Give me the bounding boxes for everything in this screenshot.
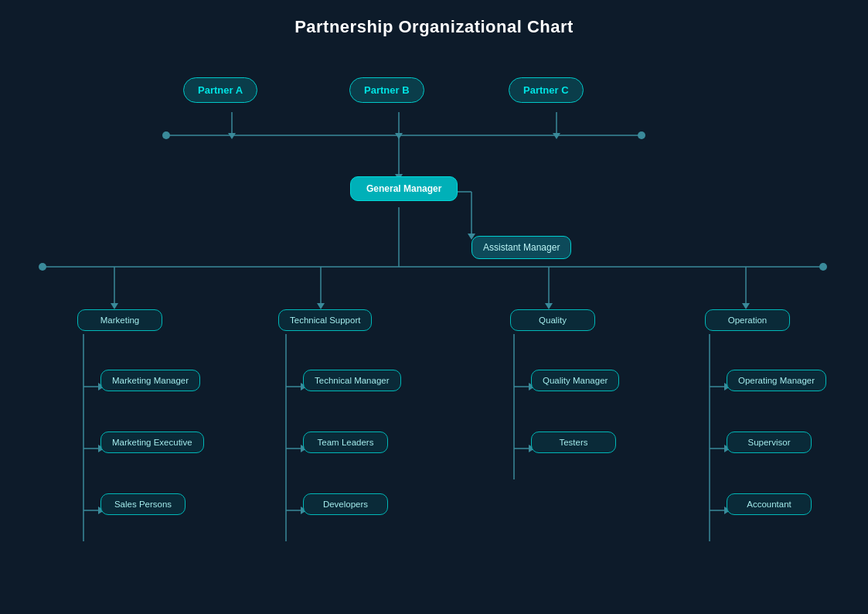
partner-c-label: Partner C	[509, 77, 584, 103]
operating-manager-label: Operating Manager	[727, 370, 826, 391]
svg-marker-25	[742, 303, 750, 309]
marketing-manager-node: Marketing Manager	[100, 370, 200, 391]
partner-a-label: Partner A	[183, 77, 257, 103]
svg-marker-21	[317, 303, 325, 309]
accountant-node: Accountant	[727, 493, 812, 515]
marketing-node: Marketing	[77, 309, 162, 331]
testers-label: Testers	[531, 432, 616, 453]
general-manager-node: General Manager	[350, 176, 458, 201]
technical-support-label: Technical Support	[278, 309, 372, 331]
team-leaders-node: Team Leaders	[303, 432, 388, 453]
svg-marker-6	[395, 133, 403, 139]
developers-node: Developers	[303, 493, 388, 515]
svg-point-17	[819, 263, 827, 271]
sales-persons-node: Sales Persons	[100, 493, 186, 515]
accountant-label: Accountant	[727, 493, 812, 515]
supervisor-label: Supervisor	[727, 432, 812, 453]
assistant-manager-label: Assistant Manager	[471, 236, 571, 259]
svg-point-16	[39, 263, 46, 271]
partner-c-node: Partner C	[509, 77, 584, 103]
org-chart-svg	[0, 0, 868, 614]
svg-marker-4	[228, 133, 236, 139]
assistant-manager-node: Assistant Manager	[471, 236, 571, 259]
operation-node: Operation	[705, 309, 790, 331]
general-manager-label: General Manager	[350, 176, 458, 201]
developers-label: Developers	[303, 493, 388, 515]
quality-manager-node: Quality Manager	[531, 370, 619, 391]
testers-node: Testers	[531, 432, 616, 453]
partner-b-label: Partner B	[349, 77, 424, 103]
team-leaders-label: Team Leaders	[303, 432, 388, 453]
technical-manager-node: Technical Manager	[303, 370, 401, 391]
marketing-executive-label: Marketing Executive	[100, 432, 204, 453]
svg-marker-19	[111, 303, 118, 309]
technical-manager-label: Technical Manager	[303, 370, 401, 391]
chart-container: Partnership Organizational Chart	[0, 0, 868, 614]
quality-label: Quality	[510, 309, 595, 331]
quality-manager-label: Quality Manager	[531, 370, 619, 391]
supervisor-node: Supervisor	[727, 432, 812, 453]
svg-marker-8	[553, 133, 560, 139]
sales-persons-label: Sales Persons	[100, 493, 186, 515]
technical-support-node: Technical Support	[278, 309, 372, 331]
operation-label: Operation	[705, 309, 790, 331]
partner-b-node: Partner B	[349, 77, 424, 103]
svg-point-2	[638, 131, 645, 139]
marketing-executive-node: Marketing Executive	[100, 432, 204, 453]
quality-node: Quality	[510, 309, 595, 331]
svg-marker-23	[545, 303, 553, 309]
marketing-label: Marketing	[77, 309, 162, 331]
chart-title: Partnership Organizational Chart	[0, 0, 868, 37]
marketing-manager-label: Marketing Manager	[100, 370, 200, 391]
svg-point-1	[162, 131, 170, 139]
partner-a-node: Partner A	[183, 77, 257, 103]
operating-manager-node: Operating Manager	[727, 370, 826, 391]
